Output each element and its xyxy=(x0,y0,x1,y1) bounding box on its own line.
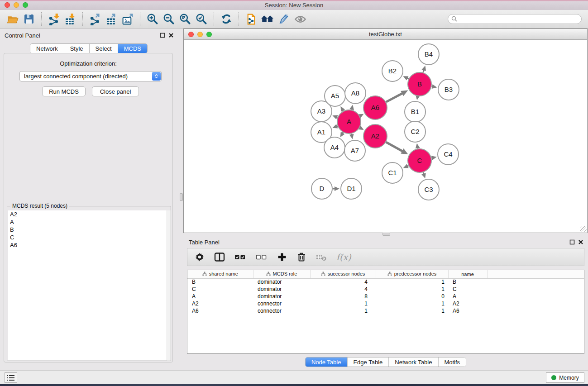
network-canvas[interactable]: AA1A2A3A4A5A6A7A8BB1B2B3B4CC1C2C3C4DD1 xyxy=(184,40,587,233)
graph-node-C[interactable]: C xyxy=(408,149,431,172)
network-window-titlebar[interactable]: testGlobe.txt xyxy=(184,29,587,40)
float-panel-icon[interactable] xyxy=(160,33,165,38)
cell-shared-name[interactable]: A xyxy=(187,293,253,300)
vertical-splitter-handle[interactable] xyxy=(180,193,183,201)
close-panel-button[interactable]: Close panel xyxy=(92,86,139,96)
graph-node-B[interactable]: B xyxy=(408,72,431,96)
export-network-icon[interactable] xyxy=(87,11,103,27)
cell-shared-name[interactable]: A6 xyxy=(187,307,253,315)
cell-name[interactable]: A xyxy=(448,293,487,300)
column-header-shared-name[interactable]: shared name xyxy=(187,270,253,278)
column-header-name[interactable]: name xyxy=(448,270,487,278)
cell-name[interactable]: C xyxy=(448,286,487,293)
zoom-in-icon[interactable] xyxy=(144,11,161,27)
cell-shared-name[interactable]: A2 xyxy=(187,300,253,307)
graph-node-A4[interactable]: A4 xyxy=(324,137,345,158)
graph-node-A[interactable]: A xyxy=(337,110,361,133)
graph-edge-A6-B[interactable] xyxy=(386,93,403,102)
result-item[interactable]: A2 xyxy=(8,210,170,218)
close-panel-icon[interactable] xyxy=(168,33,174,38)
cell-shared-name[interactable]: B xyxy=(187,278,253,286)
cell-successor-nodes[interactable]: 4 xyxy=(310,278,376,286)
table-row[interactable]: A6connector11A6 xyxy=(187,307,584,315)
tab-select[interactable]: Select xyxy=(90,44,118,53)
cell-MCDS-role[interactable]: dominator xyxy=(253,293,310,300)
graph-node-C3[interactable]: C3 xyxy=(418,179,439,200)
float-table-panel-icon[interactable] xyxy=(569,239,575,245)
network-zoom-icon[interactable] xyxy=(206,32,212,37)
graph-node-C1[interactable]: C1 xyxy=(382,162,403,183)
select-all-checks-icon[interactable] xyxy=(234,252,246,262)
network-minimize-icon[interactable] xyxy=(197,32,203,37)
delete-column-trash-icon[interactable] xyxy=(296,252,306,262)
open-session-icon[interactable] xyxy=(5,11,21,27)
window-resize-grip[interactable] xyxy=(580,226,587,232)
table-row[interactable]: Adominator80A xyxy=(187,293,584,300)
result-item[interactable]: B xyxy=(8,226,170,234)
table-row[interactable]: Cdominator41C xyxy=(187,286,584,293)
node-table[interactable]: shared nameMCDS rolesuccessor nodesprede… xyxy=(187,270,584,354)
column-header-MCDS-role[interactable]: MCDS role xyxy=(253,270,310,278)
criterion-select[interactable]: largest connected component (directed) xyxy=(19,71,162,81)
tab-edge-table[interactable]: Edge Table xyxy=(347,357,389,367)
table-row[interactable]: A2connector11A2 xyxy=(187,300,584,307)
tab-style[interactable]: Style xyxy=(64,44,90,53)
export-image-icon[interactable] xyxy=(120,11,136,27)
result-scrollbar[interactable] xyxy=(167,210,171,361)
search-input[interactable] xyxy=(448,14,582,24)
table-row[interactable]: Bdominator41B xyxy=(187,278,584,286)
result-item[interactable]: A6 xyxy=(8,241,170,249)
graph-node-D1[interactable]: D1 xyxy=(341,178,362,199)
cell-predecessor-nodes[interactable]: 1 xyxy=(376,278,448,286)
zoom-window-icon[interactable] xyxy=(23,2,28,8)
cell-successor-nodes[interactable]: 1 xyxy=(310,307,376,315)
result-item[interactable]: A xyxy=(8,218,170,226)
cell-MCDS-role[interactable]: connector xyxy=(253,300,310,307)
cell-successor-nodes[interactable]: 4 xyxy=(310,286,376,293)
graph-node-B3[interactable]: B3 xyxy=(438,79,459,100)
graph-node-C4[interactable]: C4 xyxy=(438,144,459,165)
task-history-button[interactable] xyxy=(5,372,17,383)
cell-MCDS-role[interactable]: dominator xyxy=(253,286,310,293)
deselect-all-checks-icon[interactable] xyxy=(256,252,268,262)
cell-name[interactable]: A2 xyxy=(448,300,487,307)
import-network-icon[interactable] xyxy=(46,11,62,27)
result-item[interactable]: C xyxy=(8,234,170,241)
cell-successor-nodes[interactable]: 1 xyxy=(310,300,376,307)
cell-shared-name[interactable]: C xyxy=(187,286,253,293)
minimize-window-icon[interactable] xyxy=(14,2,19,8)
toggle-annotations-icon[interactable] xyxy=(276,11,292,27)
cell-predecessor-nodes[interactable]: 0 xyxy=(376,293,448,300)
column-header-successor-nodes[interactable]: successor nodes xyxy=(310,270,376,278)
graph-node-B4[interactable]: B4 xyxy=(418,44,439,65)
column-header-predecessor-nodes[interactable]: predecessor nodes xyxy=(376,270,448,278)
import-table-icon[interactable] xyxy=(62,11,78,27)
memory-button[interactable]: Memory xyxy=(546,372,584,383)
show-details-eye-icon[interactable] xyxy=(292,11,308,27)
zoom-out-icon[interactable] xyxy=(161,11,177,27)
column-visibility-icon[interactable] xyxy=(214,252,225,262)
tab-network[interactable]: Network xyxy=(30,44,64,53)
tab-mcds[interactable]: MCDS xyxy=(118,44,147,53)
graph-node-A8[interactable]: A8 xyxy=(345,83,366,104)
mcds-result-list[interactable]: A2ABCA6 xyxy=(8,210,170,360)
graph-node-B1[interactable]: B1 xyxy=(405,101,425,122)
export-table-icon[interactable] xyxy=(103,11,120,27)
run-mcds-button[interactable]: Run MCDS xyxy=(42,86,86,96)
cell-predecessor-nodes[interactable]: 1 xyxy=(376,286,448,293)
cell-MCDS-role[interactable]: dominator xyxy=(253,278,310,286)
zoom-selected-icon[interactable] xyxy=(193,11,210,27)
zoom-fit-icon[interactable] xyxy=(177,11,193,27)
duplicate-network-icon[interactable] xyxy=(243,11,259,27)
graph-node-D[interactable]: D xyxy=(311,178,332,199)
graph-node-A6[interactable]: A6 xyxy=(363,96,387,119)
cell-predecessor-nodes[interactable]: 1 xyxy=(376,300,448,307)
cell-successor-nodes[interactable]: 8 xyxy=(310,293,376,300)
add-column-icon[interactable] xyxy=(277,252,287,262)
graph-node-A7[interactable]: A7 xyxy=(344,140,365,161)
cell-MCDS-role[interactable]: connector xyxy=(253,307,310,315)
save-session-icon[interactable] xyxy=(21,11,37,27)
graph-node-B2[interactable]: B2 xyxy=(382,61,403,81)
graph-node-A5[interactable]: A5 xyxy=(325,86,345,106)
cell-name[interactable]: A6 xyxy=(448,307,487,315)
